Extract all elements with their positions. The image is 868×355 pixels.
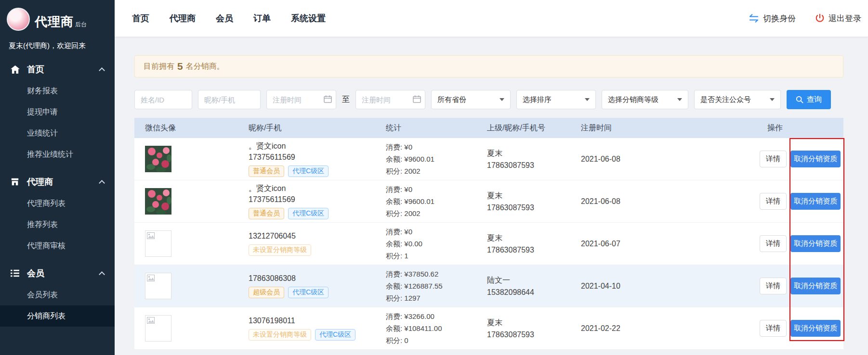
tab-orders[interactable]: 订单 xyxy=(253,13,271,24)
sidebar-item-member-list[interactable]: 会员列表 xyxy=(0,284,115,305)
sidebar-item-performance-stats[interactable]: 业绩统计 xyxy=(0,123,115,144)
sidebar-section-home[interactable]: 首页 xyxy=(0,58,115,80)
consume-stat: 消费: ¥37850.62 xyxy=(386,268,476,280)
col-header-stats: 统计 xyxy=(375,123,476,133)
province-select[interactable]: 所有省份 xyxy=(431,90,511,109)
detail-button[interactable]: 详情 xyxy=(760,320,787,337)
nick-phone-cell: 13212706045 未设置分销商等级 xyxy=(238,232,375,256)
switch-identity-button[interactable]: 切换身份 xyxy=(749,13,796,24)
cancel-distribution-button[interactable]: 取消分销资质 xyxy=(790,151,841,167)
reg-date: 2021-06-08 xyxy=(570,155,757,164)
stats-cell: 消费: ¥0 余额: ¥9600.01 积分: 2002 xyxy=(375,183,476,219)
cancel-distribution-button[interactable]: 取消分销资质 xyxy=(790,193,841,210)
balance-stat: 余额: ¥0.00 xyxy=(386,238,476,250)
greeting-text: 夏末(代理商)，欢迎回来 xyxy=(0,35,115,52)
nick-phone-input[interactable] xyxy=(198,90,261,109)
nick-phone-cell: 。贤文icon 17375611569 普通会员 代理C级区 xyxy=(238,184,375,219)
actions-cell: 详情 取消分销资质 xyxy=(757,235,843,252)
brand-avatar xyxy=(7,8,30,31)
parent-cell: 夏末 17863087593 xyxy=(476,232,570,256)
cancel-distribution-button[interactable]: 取消分销资质 xyxy=(790,320,841,337)
main-content: 目前拥有 5 名分销商。 至 所有省份 xyxy=(115,37,868,355)
sidebar-menu: 首页 财务报表 提现申请 业绩统计 推荐业绩统计 代理商 代理商列表 推荐列表 … xyxy=(0,58,115,327)
sort-select[interactable]: 选择排序 xyxy=(516,90,596,109)
avatar-cell xyxy=(134,273,238,299)
sidebar-item-referral-list[interactable]: 推荐列表 xyxy=(0,214,115,235)
sidebar-item-distributor-list[interactable]: 分销商列表 xyxy=(0,305,115,327)
official-account-follow-select[interactable]: 是否关注公众号 xyxy=(694,90,781,109)
detail-button[interactable]: 详情 xyxy=(760,151,787,167)
member-level-badge: 普通会员 xyxy=(249,165,284,177)
points-stat: 积分: 2002 xyxy=(386,165,476,177)
chevron-down-icon xyxy=(585,98,590,101)
sidebar-item-agent-list[interactable]: 代理商列表 xyxy=(0,193,115,214)
stats-cell: 消费: ¥0 余额: ¥9600.01 积分: 2002 xyxy=(375,141,476,177)
member-name: 。贤文icon xyxy=(249,184,375,194)
cancel-distribution-button[interactable]: 取消分销资质 xyxy=(790,235,841,252)
tab-agent[interactable]: 代理商 xyxy=(170,13,196,24)
table-row: 17863086308 超级会员 代理C级区 消费: ¥37850.62 余额:… xyxy=(134,265,843,307)
parent-phone: 15382098644 xyxy=(487,286,570,298)
member-level-badge: 未设置分销商等级 xyxy=(249,329,311,341)
search-button[interactable]: 查询 xyxy=(787,90,831,109)
sidebar-item-finance-report[interactable]: 财务报表 xyxy=(0,80,115,101)
section-label: 首页 xyxy=(27,63,44,75)
consume-stat: 消费: ¥3266.00 xyxy=(386,310,476,322)
table-header: 微信头像 昵称/手机 统计 上级/昵称/手机号 注册时间 操作 xyxy=(134,118,843,138)
search-icon xyxy=(796,96,803,103)
member-level-badge: 超级会员 xyxy=(249,287,284,298)
chevron-up-icon xyxy=(99,271,105,278)
agent-zone-badge: 代理C级区 xyxy=(288,165,329,177)
chevron-down-icon xyxy=(500,98,504,101)
actions-cell: 详情 取消分销资质 xyxy=(757,151,843,167)
detail-button[interactable]: 详情 xyxy=(760,278,787,294)
reg-start-date-field xyxy=(266,90,336,109)
detail-button[interactable]: 详情 xyxy=(760,235,787,252)
distributor-level-select[interactable]: 选择分销商等级 xyxy=(602,90,688,109)
badge-group: 未设置分销商等级 代理C级区 xyxy=(249,329,375,341)
cancel-distribution-button[interactable]: 取消分销资质 xyxy=(790,278,841,294)
distributor-count: 5 xyxy=(177,61,183,72)
parent-name: 陆文一 xyxy=(487,274,570,286)
official-account-follow-value: 是否关注公众号 xyxy=(700,95,751,104)
parent-cell: 陆文一 15382098644 xyxy=(476,274,570,298)
sidebar-item-referral-performance[interactable]: 推荐业绩统计 xyxy=(0,144,115,165)
calendar-icon[interactable] xyxy=(413,95,421,103)
sidebar-section-members[interactable]: 会员 xyxy=(0,262,115,284)
sidebar-section-agent[interactable]: 代理商 xyxy=(0,171,115,193)
brand-title: 代理商 xyxy=(35,15,74,28)
brand: 代理商 后台 xyxy=(0,0,115,35)
distributor-count-alert: 目前拥有 5 名分销商。 xyxy=(134,55,843,77)
logout-button[interactable]: 退出登录 xyxy=(815,13,861,24)
calendar-icon[interactable] xyxy=(324,95,332,103)
sidebar-item-withdraw-apply[interactable]: 提现申请 xyxy=(0,101,115,123)
actions-cell: 详情 取消分销资质 xyxy=(757,278,843,294)
parent-phone: 17863087593 xyxy=(487,159,570,171)
switch-identity-label: 切换身份 xyxy=(763,13,796,24)
name-id-input[interactable] xyxy=(134,90,192,109)
parent-name: 夏末 xyxy=(487,232,570,244)
avatar-cell xyxy=(134,188,238,215)
sidebar-item-agent-review[interactable]: 代理商审核 xyxy=(0,235,115,256)
member-phone: 17375611569 xyxy=(249,195,375,204)
wechat-avatar-photo xyxy=(145,146,171,172)
member-level-badge: 普通会员 xyxy=(249,208,284,219)
topbar: 首页 代理商 会员 订单 系统设置 切换身份 退出登录 xyxy=(115,0,868,37)
swap-icon xyxy=(749,14,759,23)
tab-home[interactable]: 首页 xyxy=(132,13,149,24)
reg-date: 2021-06-08 xyxy=(570,197,757,206)
tab-system-settings[interactable]: 系统设置 xyxy=(291,13,326,24)
col-header-reg-date: 注册时间 xyxy=(570,123,757,133)
search-label: 查询 xyxy=(807,95,822,105)
badge-group: 未设置分销商等级 xyxy=(249,244,375,256)
parent-name: 夏末 xyxy=(487,147,570,159)
reg-date: 2021-02-22 xyxy=(570,324,757,333)
power-icon xyxy=(815,13,825,23)
sidebar: 代理商 后台 夏末(代理商)，欢迎回来 首页 财务报表 提现申请 业绩统计 推荐… xyxy=(0,0,115,355)
detail-button[interactable]: 详情 xyxy=(760,193,787,210)
badge-group: 超级会员 代理C级区 xyxy=(249,287,375,298)
tab-members[interactable]: 会员 xyxy=(216,13,233,24)
points-stat: 积分: 0 xyxy=(386,334,476,346)
alert-prefix: 目前拥有 xyxy=(144,62,174,72)
balance-stat: 余额: ¥9600.01 xyxy=(386,153,476,165)
